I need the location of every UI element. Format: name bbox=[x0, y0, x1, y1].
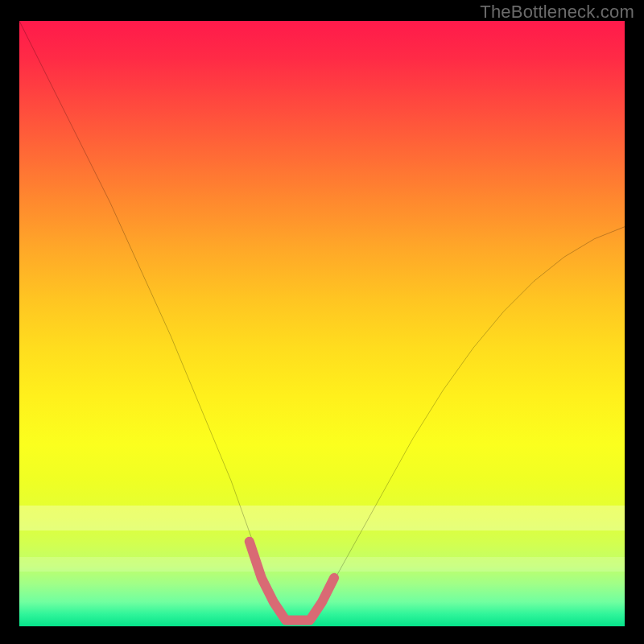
watermark-text: TheBottleneck.com bbox=[480, 2, 634, 23]
min-region-highlight bbox=[250, 542, 334, 621]
app-frame: TheBottleneck.com bbox=[0, 0, 644, 644]
bottleneck-curve-line bbox=[19, 21, 625, 620]
chart-svg bbox=[19, 21, 625, 626]
chart-canvas bbox=[19, 21, 625, 626]
